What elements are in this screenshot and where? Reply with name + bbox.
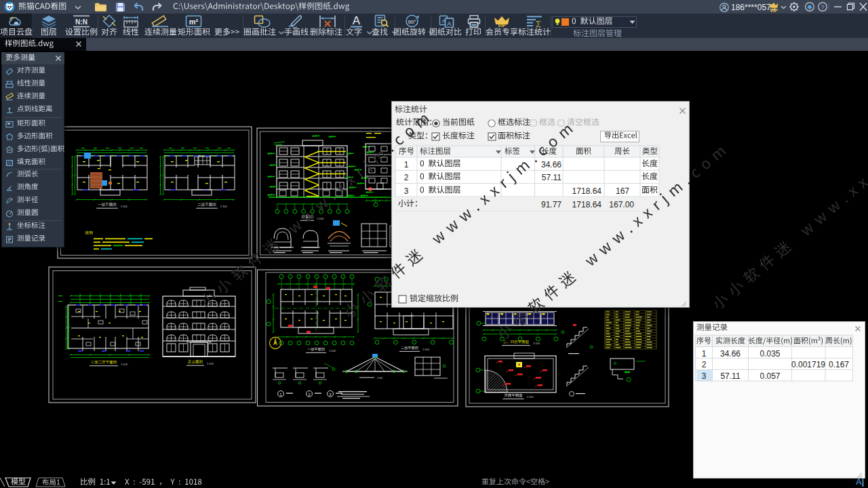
svg-text:N:N: N:N	[75, 18, 87, 26]
svg-text:1:100: 1:100	[121, 205, 128, 208]
svg-text:?: ?	[821, 3, 824, 11]
svg-text:1: 1	[279, 392, 282, 396]
svg-text:1:100: 1:100	[533, 342, 540, 345]
svg-text:1:100: 1:100	[329, 349, 336, 352]
svg-text:3: 3	[329, 392, 332, 396]
svg-text:A: A	[447, 20, 452, 27]
svg-text:m²: m²	[189, 18, 199, 26]
svg-text:1:100: 1:100	[317, 217, 324, 220]
svg-text:VIP: VIP	[770, 8, 778, 12]
svg-text:A: A	[353, 14, 361, 27]
svg-text:1:100: 1:100	[527, 395, 534, 399]
svg-text:Σ: Σ	[536, 19, 541, 28]
svg-text:90°: 90°	[408, 19, 416, 25]
svg-text:1:100: 1:100	[422, 348, 430, 351]
svg-text:1:50: 1:50	[377, 376, 383, 380]
svg-text:2: 2	[308, 392, 311, 396]
svg-text:1:100: 1:100	[121, 363, 128, 366]
svg-text:1:100: 1:100	[207, 362, 214, 365]
svg-text:VIP: VIP	[498, 23, 506, 28]
svg-text:1:100: 1:100	[220, 205, 228, 208]
